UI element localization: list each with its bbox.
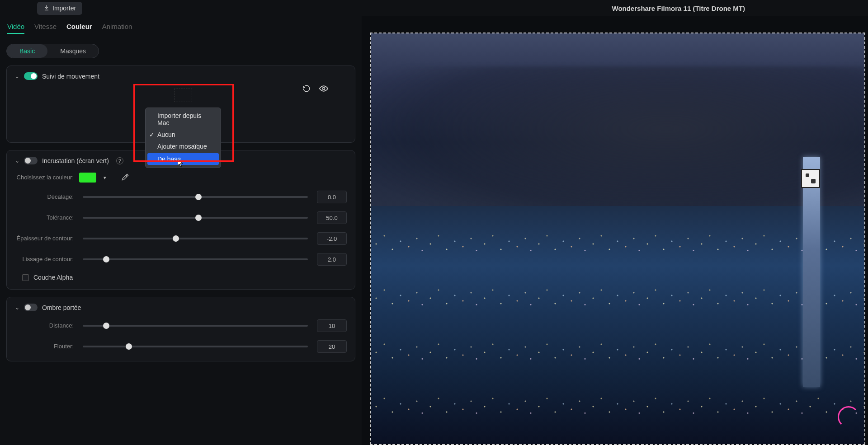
label-edge-thickness: Épaisseur de contour: [15, 235, 74, 242]
help-icon[interactable]: ? [116, 157, 123, 164]
value-distance[interactable]: 10 [317, 319, 347, 332]
preview-citylights [371, 206, 864, 444]
app-title: Wondershare Filmora 11 (Titre Drone MT) [612, 5, 745, 12]
preview-building [803, 157, 820, 387]
checkbox-alpha-channel[interactable] [22, 274, 29, 281]
subtab-basic[interactable]: Basic [7, 44, 47, 58]
properties-panel: Vidéo Vitesse Couleur Animation Basic Ma… [0, 16, 362, 445]
label-blur: Flouter: [15, 343, 74, 350]
reset-icon[interactable] [302, 84, 311, 94]
tracking-marker-icon[interactable] [801, 169, 820, 188]
preview-clouds [371, 66, 864, 222]
value-edge-feather[interactable]: 2.0 [317, 253, 347, 266]
section-title-motion: Suivi de mouvement [42, 73, 99, 80]
label-alpha-channel: Couche Alpha [33, 274, 73, 281]
slider-edge-feather[interactable] [83, 258, 308, 260]
toggle-chroma-key[interactable] [24, 157, 38, 164]
toggle-drop-shadow[interactable] [24, 304, 38, 311]
import-button[interactable]: Importer [37, 2, 82, 15]
eyedropper-icon[interactable] [122, 173, 129, 182]
value-edge-thickness[interactable]: -2.0 [317, 232, 347, 245]
dropdown-item-basic[interactable]: De base [147, 153, 219, 165]
chevron-down-icon[interactable]: ⌄ [15, 158, 19, 164]
label-tolerance: Tolérance: [15, 214, 74, 221]
slider-edge-thickness[interactable] [83, 238, 308, 239]
chevron-down-icon[interactable]: ⌄ [15, 304, 19, 311]
value-offset[interactable]: 0.0 [317, 191, 347, 203]
section-title-chroma: Incrustation (écran vert) [42, 157, 109, 164]
dropdown-item-import-mac[interactable]: Importer depuis Mac [146, 110, 221, 129]
tab-animation[interactable]: Animation [102, 23, 132, 34]
main: Vidéo Vitesse Couleur Animation Basic Ma… [0, 16, 868, 445]
section-chroma-key: ⌄ Incrustation (écran vert) ? Choisissez… [6, 150, 355, 290]
chevron-down-icon[interactable]: ▾ [102, 175, 108, 181]
preview-frame[interactable] [370, 33, 865, 445]
import-icon [43, 5, 50, 12]
dropdown-item-add-mosaic[interactable]: Ajouter mosaïque [146, 141, 221, 152]
slider-offset[interactable] [83, 196, 308, 198]
chevron-down-icon[interactable]: ⌄ [15, 73, 19, 80]
dropdown-item-none[interactable]: Aucun [146, 129, 221, 141]
label-offset: Décalage: [15, 193, 74, 201]
tracking-target-icon [174, 89, 192, 102]
label-edge-feather: Lissage de contour: [15, 256, 74, 263]
section-motion-tracking: ⌄ Suivi de mouvement Importer depuis Mac… [6, 66, 355, 143]
tab-speed[interactable]: Vitesse [34, 23, 57, 34]
value-blur[interactable]: 20 [317, 340, 347, 353]
top-tabs: Vidéo Vitesse Couleur Animation [6, 20, 355, 38]
import-button-label: Importer [52, 5, 76, 12]
label-choose-color: Choisissez la couleur: [15, 174, 74, 181]
subtab-masks[interactable]: Masques [47, 44, 99, 58]
tab-video[interactable]: Vidéo [7, 23, 24, 34]
visibility-icon[interactable] [319, 84, 329, 94]
slider-distance[interactable] [83, 325, 308, 327]
slider-blur[interactable] [83, 346, 308, 347]
section-drop-shadow: ⌄ Ombre portée Distance: 10 Flouter: 20 [6, 297, 355, 361]
subtabs: Basic Masques [6, 44, 99, 58]
toggle-motion-tracking[interactable] [24, 72, 38, 80]
link-element-dropdown[interactable]: Importer depuis Mac Aucun Ajouter mosaïq… [145, 108, 221, 168]
tab-color[interactable]: Couleur [66, 23, 92, 34]
slider-tolerance[interactable] [83, 217, 308, 219]
svg-point-0 [323, 88, 325, 90]
topbar: Importer Wondershare Filmora 11 (Titre D… [0, 0, 868, 16]
value-tolerance[interactable]: 50.0 [317, 211, 347, 224]
preview-pink-arc [838, 406, 859, 428]
section-title-shadow: Ombre portée [42, 304, 81, 311]
label-distance: Distance: [15, 322, 74, 329]
preview-panel [362, 16, 868, 445]
color-swatch[interactable] [79, 173, 96, 183]
